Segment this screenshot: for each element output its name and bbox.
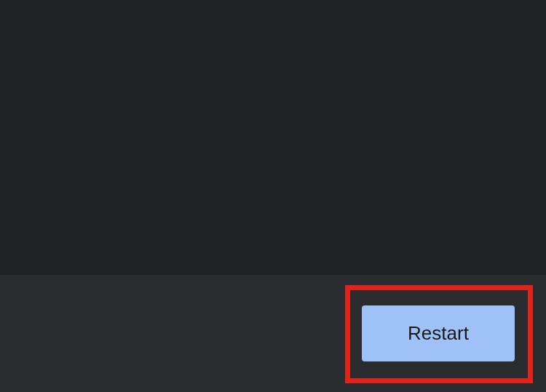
content-area [0,0,546,275]
restart-button[interactable]: Restart [362,305,515,361]
footer-bar: Restart [0,275,546,392]
